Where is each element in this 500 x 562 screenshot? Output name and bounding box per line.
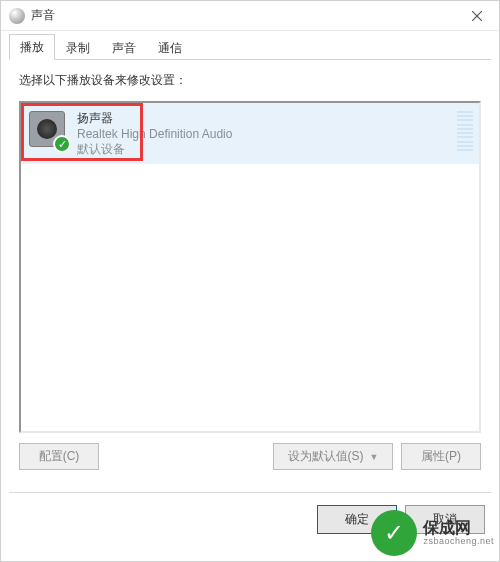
titlebar: 声音	[1, 1, 499, 31]
tab-recording[interactable]: 录制	[55, 35, 101, 60]
default-check-badge: ✓	[53, 135, 71, 153]
close-icon	[472, 11, 482, 21]
watermark-check-icon: ✓	[371, 510, 417, 556]
tab-sounds[interactable]: 声音	[101, 35, 147, 60]
window-title: 声音	[31, 7, 55, 24]
app-icon	[9, 8, 25, 24]
tab-underline	[9, 59, 491, 60]
tab-strip: 播放 录制 声音 通信	[1, 31, 499, 59]
device-text: 扬声器 Realtek High Definition Audio 默认设备	[77, 109, 232, 158]
watermark-badge: ✓ 保成网 zsbaocheng.net	[371, 510, 494, 556]
device-icon-wrap: ✓	[29, 111, 69, 151]
tab-playback[interactable]: 播放	[9, 34, 55, 60]
device-status: 默认设备	[77, 141, 232, 158]
chevron-down-icon: ▼	[370, 452, 379, 462]
device-listbox[interactable]: ✓ 扬声器 Realtek High Definition Audio 默认设备	[19, 101, 481, 433]
device-driver: Realtek High Definition Audio	[77, 127, 232, 141]
watermark-domain: zsbaocheng.net	[423, 537, 494, 547]
sound-dialog: 声音 播放 录制 声音 通信 选择以下播放设备来修改设置： ✓ 扬声器 Real	[0, 0, 500, 562]
device-name: 扬声器	[77, 110, 232, 127]
close-button[interactable]	[454, 1, 499, 31]
properties-button[interactable]: 属性(P)	[401, 443, 481, 470]
tab-content: 选择以下播放设备来修改设置： ✓ 扬声器 Realtek High Defini…	[1, 60, 499, 478]
instruction-text: 选择以下播放设备来修改设置：	[19, 72, 481, 89]
configure-button[interactable]: 配置(C)	[19, 443, 99, 470]
watermark-brand: 保成网	[423, 519, 494, 537]
level-meter	[457, 111, 473, 151]
set-default-button[interactable]: 设为默认值(S) ▼	[273, 443, 393, 470]
tab-communication[interactable]: 通信	[147, 35, 193, 60]
device-button-row: 配置(C) 设为默认值(S) ▼ 属性(P)	[19, 443, 481, 470]
device-item[interactable]: ✓ 扬声器 Realtek High Definition Audio 默认设备	[21, 103, 479, 164]
